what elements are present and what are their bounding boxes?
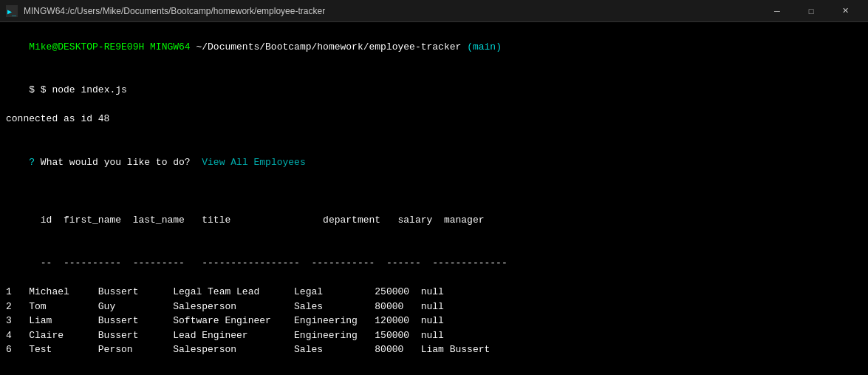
titlebar: ▶_ MINGW64:/c/Users/Mike/Documents/Bootc… xyxy=(0,0,868,22)
table-separator: -- ---------- --------- ----------------… xyxy=(41,257,508,268)
table-row: 1 Michael Bussert Legal Team Lead Legal … xyxy=(6,285,862,300)
table-header-row: id first_name last_name title department… xyxy=(6,198,862,242)
close-button[interactable]: ✕ xyxy=(828,0,862,22)
question-line-1: ? What would you like to do? View All Em… xyxy=(6,141,862,184)
branch: (main) xyxy=(461,41,502,53)
empty-line-2 xyxy=(6,184,862,199)
dollar-sign: $ xyxy=(29,84,41,95)
table-row: 4 Claire Bussert Lead Engineer Engineeri… xyxy=(6,328,862,343)
titlebar-controls: ─ □ ✕ xyxy=(760,0,862,22)
table-row: 2 Tom Guy Salesperson Sales 80000 null xyxy=(6,300,862,314)
user-host: Mike@DESKTOP-RE9E09H MINGW64 xyxy=(29,41,190,53)
terminal-area: Mike@DESKTOP-RE9E09H MINGW64 ~/Documents… xyxy=(0,22,868,375)
answer-1: View All Employees xyxy=(196,157,305,168)
table-rows: 1 Michael Bussert Legal Team Lead Legal … xyxy=(6,285,862,357)
command-text: $ node index.js xyxy=(41,84,127,95)
table-row: 6 Test Person Salesperson Sales 80000 Li… xyxy=(6,342,862,357)
employee-table: id first_name last_name title department… xyxy=(6,198,862,357)
path: ~/Documents/Bootcamp/homework/employee-t… xyxy=(191,41,462,53)
question-line-2: ? ? What would you like to do? (Use arro… xyxy=(6,371,862,375)
empty-line-3 xyxy=(6,357,862,372)
terminal-icon: ▶_ xyxy=(6,5,18,17)
connected-line: connected as id 48 xyxy=(6,112,862,126)
command-line: $ $ node index.js xyxy=(6,69,862,112)
table-row: 3 Liam Bussert Software Engineer Enginee… xyxy=(6,314,862,328)
maximize-button[interactable]: □ xyxy=(794,0,828,22)
question-text-1: What would you like to do? xyxy=(41,157,197,168)
prompt-line-1: Mike@DESKTOP-RE9E09H MINGW64 ~/Documents… xyxy=(6,25,862,69)
table-headers: id first_name last_name title department… xyxy=(41,214,485,226)
titlebar-left: ▶_ MINGW64:/c/Users/Mike/Documents/Bootc… xyxy=(6,5,325,17)
empty-line-1 xyxy=(6,126,862,141)
table-separator-row: -- ---------- --------- ----------------… xyxy=(6,242,862,286)
question-mark-1: ? xyxy=(29,157,41,168)
titlebar-title: MINGW64:/c/Users/Mike/Documents/Bootcamp… xyxy=(24,6,325,16)
minimize-button[interactable]: ─ xyxy=(760,0,794,22)
svg-text:▶_: ▶_ xyxy=(7,7,17,16)
